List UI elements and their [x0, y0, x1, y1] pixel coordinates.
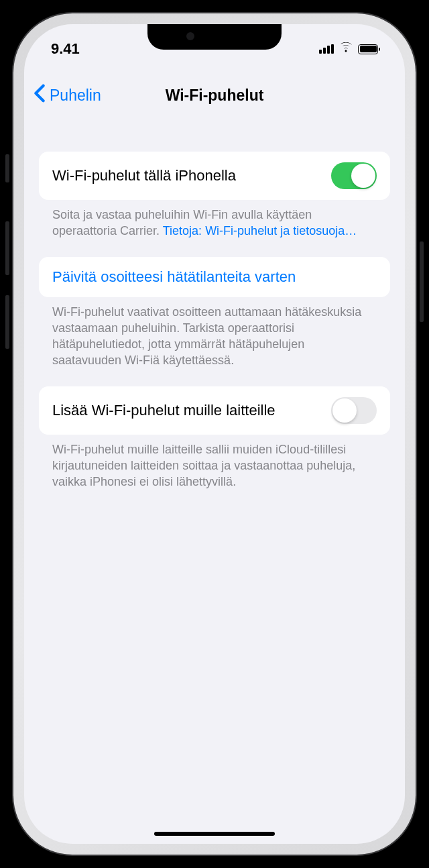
cellular-signal-icon: [319, 44, 334, 54]
wifi-icon: [339, 42, 353, 56]
add-wifi-calling-other-devices-cell: Lisää Wi-Fi-puhelut muille laitteille: [39, 386, 390, 435]
toggle-knob: [332, 398, 357, 423]
phone-body: 9.41 Puh: [13, 13, 416, 855]
wifi-calling-this-iphone-toggle[interactable]: [331, 162, 377, 189]
mute-switch: [5, 154, 9, 182]
update-emergency-address-cell[interactable]: Päivitä osoitteesi hätätilanteita varten: [39, 257, 390, 297]
back-label: Puhelin: [50, 87, 101, 105]
add-wifi-calling-other-devices-label: Lisää Wi-Fi-puhelut muille laitteille: [52, 402, 275, 419]
volume-up-button: [5, 221, 9, 275]
update-emergency-address-link: Päivitä osoitteesi hätätilanteita varten: [52, 268, 296, 286]
power-button: [420, 241, 424, 322]
toggle-knob: [351, 164, 375, 188]
home-indicator[interactable]: [154, 832, 275, 836]
back-button[interactable]: Puhelin: [34, 84, 101, 107]
notch: [147, 24, 282, 50]
emergency-footer: Wi-Fi-puhelut vaativat osoitteen auttama…: [39, 297, 390, 386]
page-title: Wi-Fi-puhelut: [166, 87, 264, 105]
volume-down-button: [5, 295, 9, 349]
wifi-calling-footer: Soita ja vastaa puheluihin Wi-Fin avulla…: [39, 200, 390, 257]
status-time: 9.41: [51, 40, 80, 58]
phone-frame: 9.41 Puh: [0, 0, 429, 868]
battery-icon: [358, 44, 378, 54]
screen: 9.41 Puh: [24, 24, 405, 844]
wifi-calling-this-iphone-cell: Wi-Fi-puhelut tällä iPhonella: [39, 152, 390, 200]
wifi-calling-privacy-link[interactable]: Tietoja: Wi-Fi-puhelut ja tietosuoja…: [163, 224, 357, 237]
chevron-back-icon: [34, 84, 46, 107]
content-area: Wi-Fi-puhelut tällä iPhonella Soita ja v…: [24, 152, 405, 844]
add-wifi-calling-other-devices-toggle[interactable]: [331, 397, 377, 424]
status-icons: [319, 42, 378, 56]
navigation-bar: Puhelin Wi-Fi-puhelut: [24, 75, 405, 115]
wifi-calling-this-iphone-label: Wi-Fi-puhelut tällä iPhonella: [52, 167, 236, 184]
other-devices-footer: Wi-Fi-puhelut muille laitteille sallii m…: [39, 435, 390, 508]
